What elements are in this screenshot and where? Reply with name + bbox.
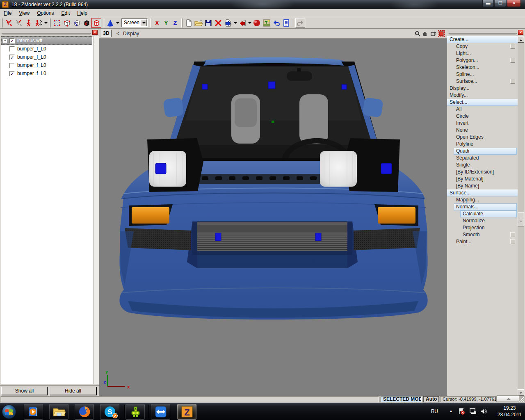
delete-icon[interactable] (213, 18, 223, 28)
taskbar-qip-icon[interactable] (126, 404, 145, 420)
command-all[interactable]: All (447, 106, 518, 113)
view-mode-button[interactable]: 3D (101, 30, 112, 37)
toolbar-grip[interactable] (150, 18, 151, 27)
commands-scrollbar[interactable] (518, 36, 524, 396)
import-dropdown-icon[interactable] (233, 18, 237, 28)
auto-indicator[interactable]: Auto (423, 396, 439, 402)
panel-grip[interactable] (2, 31, 91, 34)
menu-item-help[interactable]: Help (73, 9, 91, 16)
screen-space-combobox[interactable]: Screen (121, 18, 148, 27)
close-button[interactable]: ✕ (507, 0, 521, 7)
chevron-down-icon[interactable] (140, 19, 147, 26)
visibility-checkbox[interactable]: ✓ (9, 71, 15, 76)
export-dropdown-icon[interactable] (247, 18, 252, 28)
toolbar-grip[interactable] (103, 18, 104, 27)
taskbar-zmodeler-icon[interactable]: Z (177, 404, 196, 420)
command-light[interactable]: Light... (447, 50, 518, 57)
import-icon[interactable] (223, 18, 233, 28)
scroll-down-icon[interactable] (518, 389, 524, 396)
network-icon[interactable] (469, 408, 477, 415)
save-file-icon[interactable] (203, 18, 213, 28)
command-invert[interactable]: Invert (447, 120, 518, 127)
select-vertices-icon[interactable] (52, 18, 62, 28)
command-circle[interactable]: Circle (447, 113, 518, 120)
tree-item-bumper_f_l0[interactable]: ✓bumper_f_L0 (1, 69, 92, 78)
command-normals[interactable]: Normals... (447, 203, 518, 210)
view-back-arrow[interactable]: < (116, 31, 119, 37)
axis-x-button[interactable]: X (153, 18, 162, 28)
menu-item-view[interactable]: View (15, 9, 33, 16)
axis-y-button[interactable]: Y (162, 18, 171, 28)
zoom-icon[interactable] (414, 30, 421, 37)
toolbar-grip[interactable] (2, 18, 3, 27)
tree-item-infernus-wft[interactable]: +✓infernus.wft (1, 37, 92, 45)
command-by-name[interactable]: [By Name] (447, 183, 518, 189)
figure-emitter-icon[interactable] (34, 18, 43, 28)
pan-icon[interactable] (422, 30, 428, 37)
command-surface[interactable]: Surface... (447, 189, 518, 196)
command-single[interactable]: Single (447, 162, 518, 169)
command-normalize[interactable]: Normalize (447, 217, 518, 224)
resize-grip[interactable] (519, 397, 524, 402)
command-checkbox[interactable] (510, 79, 515, 84)
command-none[interactable]: None (447, 127, 518, 134)
command-paint[interactable]: Paint... (447, 238, 518, 245)
command-projection[interactable]: Projection (447, 224, 518, 231)
command-by-material[interactable]: [By Material] (447, 176, 518, 183)
command-display[interactable]: Display... (447, 85, 518, 92)
title-bar[interactable]: Z 18 - ZModeler ver 2.2.2 (Build 964) ▬ … (0, 0, 525, 9)
new-file-icon[interactable] (184, 18, 194, 28)
command-create[interactable]: Create... (447, 36, 518, 43)
maximize-view-icon[interactable] (438, 30, 445, 37)
command-surface[interactable]: Surface... (447, 78, 518, 85)
open-file-icon[interactable] (194, 18, 203, 28)
command-skeleton[interactable]: Skeleton... (447, 64, 518, 71)
mode-dropdown-icon[interactable] (43, 18, 48, 28)
taskbar-media-player-icon[interactable] (24, 404, 43, 420)
command-checkbox[interactable] (510, 239, 515, 244)
scene-plant-icon[interactable] (262, 18, 272, 28)
cone-dropdown-icon[interactable] (115, 18, 120, 28)
command-modify[interactable]: Modify... (447, 92, 518, 99)
show-all-button[interactable]: Show all (1, 387, 48, 395)
commands-panel-header[interactable]: ✕ (447, 29, 525, 36)
select-objects-icon[interactable] (91, 18, 101, 28)
cursor-popup-toggle[interactable] (496, 395, 519, 402)
visibility-checkbox[interactable]: ✓ (9, 38, 15, 43)
command-open-edges[interactable]: Open Edges (447, 134, 518, 141)
menu-item-options[interactable]: Options (33, 9, 57, 16)
scroll-up-icon[interactable] (518, 36, 524, 43)
tree-scrollbar[interactable] (93, 36, 99, 384)
walking-figure-icon[interactable] (24, 18, 34, 28)
language-indicator[interactable]: RU (431, 409, 438, 414)
scroll-thumb[interactable] (518, 212, 524, 226)
command-checkbox[interactable] (510, 232, 515, 237)
close-panel-icon[interactable]: ✕ (518, 30, 523, 35)
tree-item-bumper_f_l0[interactable]: bumper_f_L0 (1, 61, 92, 69)
select-edges-icon[interactable] (62, 18, 72, 28)
command-polyline[interactable]: Polyline (447, 141, 518, 148)
cursor-arrows-icon[interactable] (4, 18, 14, 28)
start-orb-icon[interactable] (1, 404, 17, 420)
command-smooth[interactable]: Smooth (447, 231, 518, 238)
command-calculate[interactable]: Calculate (447, 210, 518, 217)
material-sphere-icon[interactable] (252, 18, 262, 28)
toolbar-grip[interactable] (181, 18, 183, 27)
menu-item-file[interactable]: File (0, 9, 15, 16)
clock[interactable]: 19:23 28.04.2011 (498, 405, 522, 418)
cone-icon[interactable] (105, 18, 115, 28)
visibility-checkbox[interactable]: ✓ (9, 55, 15, 60)
taskbar-explorer-icon[interactable] (49, 404, 68, 420)
command-checkbox[interactable] (510, 44, 515, 49)
scene-tree-header[interactable]: ✕ (0, 29, 99, 36)
visibility-checkbox[interactable] (9, 63, 15, 68)
undo-icon[interactable] (272, 18, 281, 28)
command-polygon[interactable]: Polygon... (447, 57, 518, 64)
hide-all-button[interactable]: Hide all (50, 387, 96, 395)
viewport-canvas[interactable]: y z x (99, 39, 447, 396)
taskbar-firefox-icon[interactable] (75, 404, 94, 420)
volume-icon[interactable] (480, 408, 487, 415)
command-mapping[interactable]: Mapping... (447, 196, 518, 203)
redo-icon[interactable] (295, 18, 305, 28)
close-panel-icon[interactable]: ✕ (92, 30, 98, 35)
